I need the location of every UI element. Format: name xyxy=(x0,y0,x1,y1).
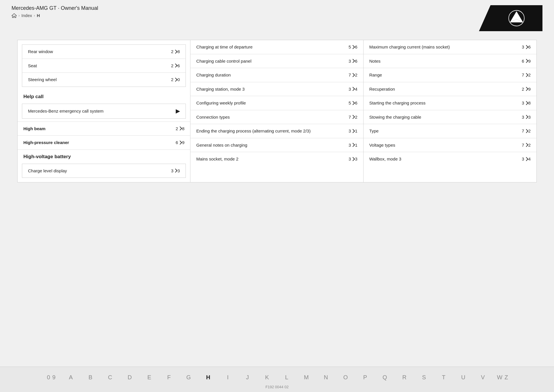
list-item[interactable]: General notes on charging 31 xyxy=(190,138,363,152)
entry-page: 34 xyxy=(346,87,358,92)
alpha-item-wz[interactable]: W Z xyxy=(493,372,512,382)
list-item[interactable]: Recuperation 29 xyxy=(364,82,536,96)
entry-label: Connection types xyxy=(196,114,346,120)
page-arrow-icon xyxy=(524,129,528,133)
entry-page: 26 xyxy=(168,63,180,68)
page-arrow-icon xyxy=(524,115,528,119)
breadcrumb-current: H xyxy=(37,13,40,18)
footer-code: F192 0044 02 xyxy=(0,385,554,389)
list-item[interactable]: Connection types 72 xyxy=(190,110,363,124)
entry-page: 33 xyxy=(168,168,180,173)
alpha-item-f[interactable]: F xyxy=(159,372,179,382)
alpha-item-e[interactable]: E xyxy=(140,372,159,382)
entry-page: 69 xyxy=(173,140,184,145)
entry-label: Charging duration xyxy=(196,72,346,78)
alpha-item-i[interactable]: I xyxy=(218,372,238,382)
page-arrow-icon xyxy=(351,115,355,119)
page-arrow-icon xyxy=(524,59,528,63)
alpha-item-m[interactable]: M xyxy=(297,372,316,382)
entry-label: Charging at time of departure xyxy=(196,44,346,50)
entry-page: 20 xyxy=(168,77,180,82)
column-3: Maximum charging current (mains socket) … xyxy=(364,40,536,182)
list-item[interactable]: Charging station, mode 3 34 xyxy=(190,82,363,96)
list-item[interactable]: Charging duration 72 xyxy=(190,68,363,82)
page-arrow-icon xyxy=(351,73,355,77)
entry-page: 31 xyxy=(346,143,358,148)
list-item[interactable]: Steering wheel 20 xyxy=(22,72,186,87)
section-high-pressure-cleaner[interactable]: High-pressure cleaner 69 xyxy=(18,135,190,150)
logo-background xyxy=(491,5,542,31)
list-item[interactable]: Charging at time of departure 56 xyxy=(190,40,363,54)
entry-label: Wallbox, mode 3 xyxy=(369,156,519,162)
breadcrumb-index[interactable]: Index xyxy=(21,13,32,18)
alpha-item-t[interactable]: T xyxy=(434,372,454,382)
alpha-item-k[interactable]: K xyxy=(257,372,277,382)
alpha-item-09[interactable]: 0 9 xyxy=(42,372,61,382)
entry-label: Rear window xyxy=(28,49,168,55)
entry-label: Voltage types xyxy=(369,142,519,148)
page-arrow-icon xyxy=(524,157,528,161)
entry-label: Charge level display xyxy=(28,168,168,174)
alpha-item-n[interactable]: N xyxy=(316,372,336,382)
list-item[interactable]: Rear window 28 xyxy=(22,45,186,59)
bottom-nav: 0 9 A B C D E F G H I J K L M N O P Q R … xyxy=(0,367,554,392)
column-2: Charging at time of departure 56 Chargin… xyxy=(190,40,363,182)
column-1: Rear window 28 Seat 26 Steering wheel 20 xyxy=(18,40,190,182)
alpha-item-p[interactable]: P xyxy=(355,372,375,382)
list-item[interactable]: Seat 26 xyxy=(22,59,186,73)
alpha-item-b[interactable]: B xyxy=(81,372,100,382)
entry-label: Type xyxy=(369,128,519,134)
entry-label: Configuring weekly profile xyxy=(196,100,346,106)
page-arrow-icon xyxy=(351,143,355,147)
alpha-item-a[interactable]: A xyxy=(61,372,81,382)
entry-page: 36 xyxy=(346,59,358,64)
list-item[interactable]: Charging cable control panel 36 xyxy=(190,54,363,68)
alpha-item-d[interactable]: D xyxy=(120,372,140,382)
page-arrow-icon xyxy=(178,141,182,145)
alpha-item-j[interactable]: J xyxy=(238,372,257,382)
list-item[interactable]: Mercedes-Benz emergency call system ▶ xyxy=(22,104,186,118)
alpha-item-g[interactable]: G xyxy=(179,372,199,382)
alpha-item-c[interactable]: C xyxy=(100,372,120,382)
list-item[interactable]: Mains socket, mode 2 33 xyxy=(190,152,363,166)
entry-label: Ending the charging process (alternating… xyxy=(196,128,346,134)
list-item[interactable]: Notes 69 xyxy=(364,54,536,68)
section-high-beam[interactable]: High beam 28 xyxy=(18,122,190,136)
page-arrow-icon xyxy=(351,129,355,133)
alpha-item-v[interactable]: V xyxy=(473,372,493,382)
alpha-item-l[interactable]: L xyxy=(277,372,297,382)
list-item[interactable]: Configuring weekly profile 56 xyxy=(190,96,363,110)
entry-label: General notes on charging xyxy=(196,142,346,148)
alpha-item-o[interactable]: O xyxy=(336,372,355,382)
header-right xyxy=(491,5,542,31)
list-item[interactable]: Voltage types 72 xyxy=(364,138,536,152)
page-arrow-icon xyxy=(524,87,528,91)
page-arrow-icon xyxy=(351,87,355,91)
entry-label: Seat xyxy=(28,63,168,69)
entry-page: 29 xyxy=(519,87,531,92)
home-icon[interactable] xyxy=(12,13,17,18)
list-item[interactable]: Charge level display 33 xyxy=(22,164,186,178)
list-item[interactable]: Range 72 xyxy=(364,68,536,82)
main-content: Rear window 28 Seat 26 Steering wheel 20 xyxy=(0,34,554,367)
alpha-item-s[interactable]: S xyxy=(414,372,434,382)
page-arrow-icon xyxy=(524,73,528,77)
list-item[interactable]: Type 72 xyxy=(364,124,536,138)
entry-page: 72 xyxy=(519,72,531,77)
alpha-item-r[interactable]: R xyxy=(395,372,414,382)
breadcrumb: › Index › H xyxy=(12,13,98,18)
breadcrumb-sep2: › xyxy=(34,13,35,18)
entry-label: Charging cable control panel xyxy=(196,58,346,64)
list-item[interactable]: Stowing the charging cable 33 xyxy=(364,110,536,124)
list-item[interactable]: Wallbox, mode 3 34 xyxy=(364,152,536,166)
list-item[interactable]: Starting the charging process 38 xyxy=(364,96,536,110)
page-arrow-icon xyxy=(351,45,355,49)
alpha-item-q[interactable]: Q xyxy=(375,372,395,382)
entry-page: 33 xyxy=(346,156,358,161)
list-item[interactable]: Maximum charging current (mains socket) … xyxy=(364,40,536,54)
list-item[interactable]: Ending the charging process (alternating… xyxy=(190,124,363,138)
alpha-item-u[interactable]: U xyxy=(454,372,473,382)
page-arrow-icon xyxy=(351,101,355,105)
alpha-item-h[interactable]: H xyxy=(199,372,218,382)
entry-page: 56 xyxy=(346,44,358,49)
